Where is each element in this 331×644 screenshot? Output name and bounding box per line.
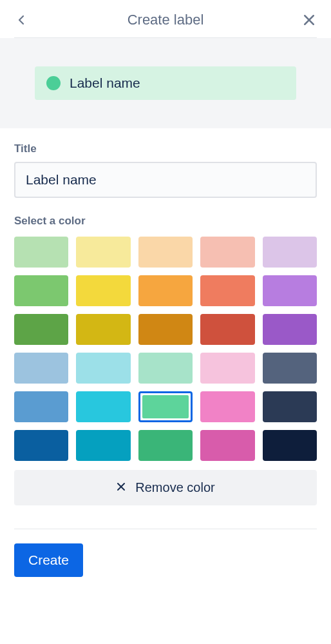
dialog-title: Create label [30, 12, 301, 28]
color-swatch-18[interactable] [200, 353, 254, 384]
color-swatch-4[interactable] [263, 237, 317, 268]
color-swatch-16[interactable] [76, 353, 130, 384]
color-swatch-25[interactable] [14, 430, 68, 461]
create-button[interactable]: Create [14, 543, 83, 577]
color-swatch-17[interactable] [138, 353, 193, 384]
color-swatch-15[interactable] [14, 353, 68, 384]
dialog-footer: Create [14, 529, 317, 577]
label-preview: Label name [35, 66, 296, 100]
color-swatch-26[interactable] [76, 430, 130, 461]
color-swatch-19[interactable] [263, 353, 317, 384]
color-swatch-3[interactable] [200, 237, 254, 268]
color-swatch-28[interactable] [200, 430, 254, 461]
close-icon[interactable] [301, 12, 317, 28]
color-swatch-7[interactable] [138, 275, 193, 306]
x-small-icon [116, 480, 126, 495]
dialog-header: Create label [14, 0, 317, 38]
back-icon[interactable] [14, 12, 30, 28]
color-grid [14, 237, 317, 461]
label-preview-text: Label name [70, 75, 140, 91]
color-swatch-5[interactable] [14, 275, 68, 306]
color-swatch-2[interactable] [138, 237, 193, 268]
color-swatch-22[interactable] [138, 391, 193, 422]
color-swatch-13[interactable] [200, 314, 254, 345]
remove-color-label: Remove color [135, 480, 214, 495]
color-swatch-1[interactable] [76, 237, 130, 268]
color-swatch-12[interactable] [138, 314, 193, 345]
form-content: Title Select a color Remove color Create [0, 128, 331, 591]
color-swatch-9[interactable] [263, 275, 317, 306]
color-swatch-27[interactable] [138, 430, 193, 461]
label-preview-area: Label name [0, 38, 331, 128]
color-swatch-6[interactable] [76, 275, 130, 306]
title-input[interactable] [14, 162, 317, 198]
color-swatch-8[interactable] [200, 275, 254, 306]
color-swatch-23[interactable] [200, 391, 254, 422]
title-field-label: Title [14, 142, 317, 155]
color-swatch-10[interactable] [14, 314, 68, 345]
label-color-dot [46, 76, 61, 90]
color-swatch-21[interactable] [76, 391, 130, 422]
color-swatch-24[interactable] [263, 391, 317, 422]
color-swatch-29[interactable] [263, 430, 317, 461]
color-swatch-0[interactable] [14, 237, 68, 268]
color-section: Select a color Remove color [14, 215, 317, 505]
color-swatch-20[interactable] [14, 391, 68, 422]
color-swatch-11[interactable] [76, 314, 130, 345]
color-swatch-14[interactable] [263, 314, 317, 345]
color-field-label: Select a color [14, 215, 317, 228]
remove-color-button[interactable]: Remove color [14, 470, 317, 505]
